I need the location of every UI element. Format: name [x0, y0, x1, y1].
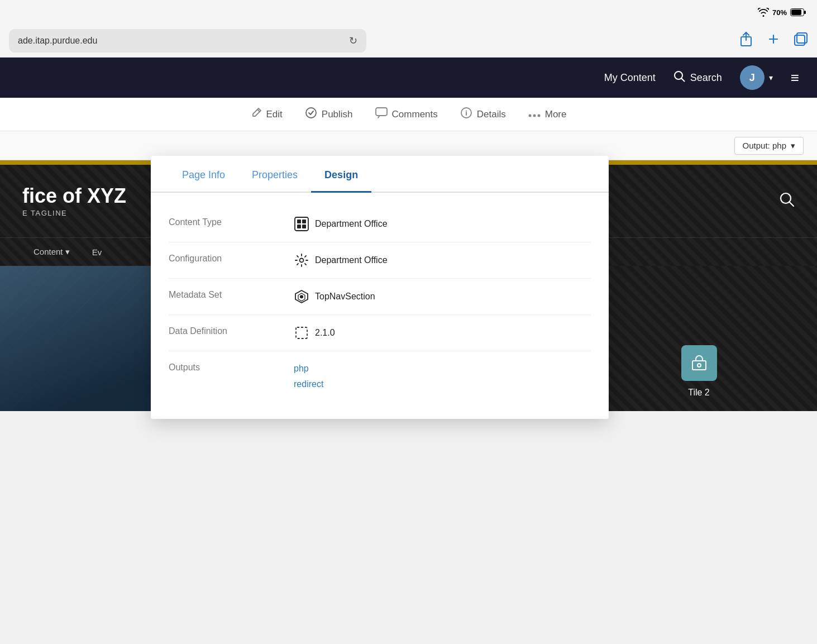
content-type-icon [294, 216, 309, 232]
share-button[interactable] [739, 31, 753, 50]
data-definition-value: 2.1.0 [294, 325, 591, 341]
svg-rect-5 [797, 33, 807, 43]
output-label: Output: php [743, 141, 786, 150]
cms-nav: My Content Search J ▾ ≡ [0, 58, 817, 98]
info-row-data-definition: Data Definition 2.1.0 [169, 315, 591, 351]
publish-icon [305, 107, 317, 122]
details-popup: Page Info Properties Design Content Type [151, 156, 609, 419]
content-type-label: Content Type [169, 216, 280, 227]
svg-rect-19 [297, 220, 301, 223]
browser-bar: ade.itap.purdue.edu ↻ [0, 25, 817, 58]
metadata-label: Metadata Set [169, 289, 280, 300]
svg-rect-4 [795, 35, 805, 45]
details-button[interactable]: Details [460, 107, 506, 122]
svg-marker-26 [300, 295, 303, 299]
address-bar[interactable]: ade.itap.purdue.edu ↻ [9, 29, 366, 53]
comments-label: Comments [392, 109, 438, 120]
toolbar: Edit Publish Comments Details [0, 98, 817, 131]
outputs-value: php redirect [294, 361, 591, 391]
publish-button[interactable]: Publish [305, 107, 353, 122]
svg-point-7 [306, 108, 316, 118]
url-text: ade.itap.purdue.edu [18, 36, 97, 46]
configuration-icon [294, 252, 309, 268]
status-bar: 70% [0, 0, 817, 25]
tab-page-info[interactable]: Page Info [169, 156, 238, 193]
configuration-text: Department Office [315, 255, 388, 265]
data-definition-label: Data Definition [169, 325, 280, 336]
tab-design[interactable]: Design [311, 156, 371, 193]
configuration-value: Department Office [294, 252, 591, 268]
search-label: Search [690, 72, 722, 84]
more-icon [528, 108, 541, 120]
site-title: fice of XYZ [22, 185, 126, 207]
avatar: J [740, 65, 765, 90]
svg-rect-8 [376, 108, 387, 116]
site-content: Output: php ▾ fice of XYZ E TAGLINE Cont… [0, 131, 817, 411]
publish-label: Publish [322, 109, 353, 120]
svg-rect-27 [296, 327, 307, 338]
svg-point-10 [466, 111, 467, 112]
svg-rect-18 [295, 217, 308, 231]
comments-button[interactable]: Comments [375, 107, 438, 121]
more-label: More [545, 109, 567, 120]
svg-rect-16 [692, 361, 706, 370]
battery-icon [790, 8, 806, 16]
details-label: Details [477, 109, 506, 120]
my-content-nav[interactable]: My Content [604, 72, 656, 84]
hamburger-menu[interactable]: ≡ [791, 69, 799, 87]
info-row-outputs: Outputs php redirect [169, 351, 591, 401]
edit-label: Edit [266, 109, 283, 120]
metadata-text: TopNavSection [315, 292, 375, 302]
site-search-icon[interactable] [779, 192, 795, 211]
tab-properties[interactable]: Properties [238, 156, 311, 193]
tile-2-icon [681, 345, 717, 381]
svg-rect-20 [302, 220, 306, 223]
search-icon [673, 70, 686, 85]
svg-point-12 [533, 115, 536, 117]
data-definition-icon [294, 325, 309, 341]
info-row-configuration: Configuration Department Office [169, 242, 591, 279]
metadata-icon [294, 289, 309, 304]
data-definition-text: 2.1.0 [315, 328, 335, 338]
site-tagline: E TAGLINE [22, 209, 126, 217]
svg-point-23 [300, 259, 304, 263]
hamburger-icon: ≡ [791, 69, 799, 87]
comments-icon [375, 107, 388, 121]
edit-icon [251, 107, 262, 121]
svg-rect-1 [804, 11, 806, 14]
add-tab-button[interactable] [767, 32, 780, 49]
status-icons: 70% [758, 8, 806, 17]
tabs-button[interactable] [794, 32, 808, 50]
svg-point-13 [537, 115, 540, 117]
svg-point-17 [697, 364, 701, 367]
content-type-text: Department Office [315, 219, 388, 229]
edit-button[interactable]: Edit [251, 107, 283, 121]
svg-rect-21 [297, 225, 301, 228]
info-row-metadata: Metadata Set TopNavSection [169, 279, 591, 315]
more-button[interactable]: More [528, 108, 567, 120]
content-type-value: Department Office [294, 216, 591, 232]
svg-point-11 [528, 115, 531, 117]
browser-actions [739, 31, 808, 50]
reload-button[interactable]: ↻ [349, 35, 357, 47]
outputs-list: php redirect [294, 361, 323, 391]
output-php-link[interactable]: php [294, 361, 323, 376]
tile-2-label: Tile 2 [688, 388, 710, 398]
svg-rect-2 [791, 9, 801, 15]
user-avatar-nav[interactable]: J ▾ [740, 65, 773, 90]
metadata-value: TopNavSection [294, 289, 591, 304]
wifi-icon [758, 8, 769, 17]
site-nav-ev[interactable]: Ev [81, 238, 113, 266]
output-chevron-icon: ▾ [791, 141, 795, 151]
my-content-label: My Content [604, 72, 656, 84]
output-redirect-link[interactable]: redirect [294, 377, 323, 392]
outputs-label: Outputs [169, 361, 280, 373]
battery-percent: 70% [772, 8, 787, 17]
tile-2: Tile 2 [581, 266, 817, 411]
output-selector[interactable]: Output: php ▾ [734, 137, 804, 155]
svg-rect-22 [302, 225, 306, 228]
site-nav-content[interactable]: Content ▾ [22, 238, 81, 266]
popup-body: Content Type Department Office [151, 206, 609, 401]
search-nav[interactable]: Search [673, 70, 722, 85]
site-title-block: fice of XYZ E TAGLINE [22, 185, 126, 218]
